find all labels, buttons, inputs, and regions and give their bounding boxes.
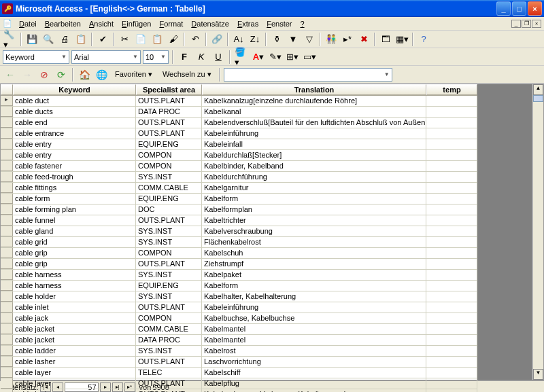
cell-keyword[interactable]: cable harness [13,270,136,280]
cell-translation[interactable]: Kabeleinführung [202,302,426,313]
cell-translation[interactable]: Kabelform [202,281,426,291]
cell-translation[interactable]: Kabelschuh [202,248,426,258]
address-combo[interactable]: ▼ [224,68,392,82]
cell-translation[interactable]: Kabelbinder, Kabelband [202,161,426,171]
cell-specialist[interactable]: OUTS.PLANT [136,357,202,367]
table-row[interactable]: cable ladderSYS.INSTKabelrost [1,346,477,357]
column-header-temp[interactable]: temp [426,84,477,95]
table-row[interactable]: cable fastenerCOMPONKabelbinder, Kabelba… [1,161,477,172]
maximize-button[interactable]: □ [512,1,526,16]
mdi-minimize-button[interactable]: _ [511,20,521,28]
cell-temp[interactable] [426,281,477,291]
gridlines-button[interactable]: ⊞▾ [285,50,300,65]
font-selector[interactable]: Arial▼ [71,50,141,64]
view-button[interactable]: 🔧▾ [3,32,18,47]
cell-specialist[interactable]: SYS.INST [136,270,202,280]
cell-temp[interactable] [426,302,477,313]
menu-item-datenstze[interactable]: Datensätze [187,18,233,29]
filter-toggle-button[interactable]: ▽ [302,32,317,47]
cell-specialist[interactable]: OUTS.PLANT [136,118,202,128]
table-row[interactable]: cable gridSYS.INSTFlächenkabelrost [1,237,477,248]
refresh-button[interactable]: ⟳ [54,67,69,82]
cell-translation[interactable]: Kabelendverschluß[Bauteil für den luftdi… [202,118,426,128]
cell-temp[interactable] [426,248,477,258]
row-selector[interactable] [1,313,13,323]
cell-translation[interactable]: Kabelpflug [202,378,426,389]
cell-temp[interactable] [426,194,477,204]
cell-keyword[interactable]: cable ducts [13,107,136,117]
cell-keyword[interactable]: cable layer [13,378,136,389]
cell-temp[interactable] [426,204,477,215]
table-row[interactable]: cable layingOUTS.PLANTKabelverlegung, Ve… [1,389,477,392]
format-painter-button[interactable]: 🖌 [166,32,181,47]
row-selector[interactable] [1,194,13,204]
column-header-translation[interactable]: Translation [202,84,426,95]
home-button[interactable]: 🏠 [77,67,92,82]
cell-temp[interactable] [426,118,477,128]
bold-button[interactable]: F [177,50,192,65]
cell-translation[interactable]: Kabelrost [202,346,426,356]
goto-menu[interactable]: Wechseln zu ▾ [158,69,216,80]
cell-keyword[interactable]: cable holder [13,291,136,302]
cell-temp[interactable] [426,357,477,367]
row-selector[interactable] [1,118,13,128]
row-selector[interactable] [1,270,13,280]
cell-specialist[interactable]: SYS.INST [136,172,202,182]
scrollbar-track[interactable] [533,95,543,369]
menu-item-einfgen[interactable]: Einfügen [118,18,155,29]
cell-translation[interactable]: Kabeldurchlaß[Stecker] [202,150,426,160]
scroll-up-button[interactable]: ▲ [533,84,543,95]
spell-button[interactable]: ✔ [95,32,110,47]
cell-keyword[interactable]: cable inlet [13,302,136,313]
scroll-down-button[interactable]: ▼ [533,369,543,380]
table-row[interactable]: cable funnelOUTS.PLANTKabeltrichter [1,215,477,226]
cell-specialist[interactable]: DOC [136,204,202,215]
table-row[interactable]: cable gripOUTS.PLANTZiehstrumpf [1,259,477,270]
row-selector[interactable] [1,215,13,226]
close-button[interactable]: × [528,1,542,16]
new-object-button[interactable]: ▦▾ [394,32,409,47]
filter-selection-button[interactable]: ⚱ [269,32,284,47]
cell-specialist[interactable]: TELEC [136,368,202,378]
scrollbar-thumb[interactable] [533,95,543,102]
cell-keyword[interactable]: cable laying [13,389,136,392]
cell-specialist[interactable]: SYS.INST [136,291,202,302]
cell-specialist[interactable]: COMM.CABLE [136,183,202,193]
cell-specialist[interactable]: SYS.INST [136,237,202,247]
paste-button[interactable]: 📋 [150,32,165,47]
link-button[interactable]: 🔗 [209,32,224,47]
cell-temp[interactable] [426,270,477,280]
delete-record-button[interactable]: ✖ [356,32,371,47]
cell-specialist[interactable]: OUTS.PLANT [136,302,202,313]
field-selector[interactable]: Keyword▼ [3,50,69,64]
stop-button[interactable]: ⊘ [37,67,52,82]
cell-translation[interactable]: Kabeldurchführung [202,172,426,182]
underline-button[interactable]: U [211,50,226,65]
cell-keyword[interactable]: cable entrance [13,128,136,139]
row-selector[interactable] [1,291,13,302]
cell-specialist[interactable]: COMPON [136,248,202,258]
cell-keyword[interactable]: cable fastener [13,161,136,171]
cell-specialist[interactable]: COMPON [136,313,202,323]
cell-translation[interactable]: Kabelverlegung, Verlegung; Kabellegung; … [202,389,426,392]
row-selector[interactable] [1,346,13,356]
cell-temp[interactable] [426,183,477,193]
row-selector[interactable] [1,248,13,258]
row-selector[interactable] [1,204,13,215]
row-selector[interactable] [1,389,13,392]
row-selector[interactable] [1,324,13,334]
cell-temp[interactable] [426,96,477,106]
cell-translation[interactable]: Kabelverschraubung [202,226,426,236]
row-selector[interactable] [1,161,13,171]
cell-keyword[interactable]: cable grip [13,248,136,258]
cell-specialist[interactable]: OUTS.PLANT [136,215,202,226]
cell-temp[interactable] [426,139,477,149]
row-selector[interactable] [1,302,13,313]
table-row[interactable]: cable harnessEQUIP.ENGKabelform [1,281,477,291]
cell-translation[interactable]: Kabelgarnitur [202,183,426,193]
cell-translation[interactable]: Kabeltrichter [202,215,426,226]
cell-specialist[interactable]: EQUIP.ENG [136,194,202,204]
sort-desc-button[interactable]: Z↓ [248,32,262,47]
cell-specialist[interactable]: OUTS.PLANT [136,378,202,389]
menu-item-format[interactable]: Format [155,18,187,29]
